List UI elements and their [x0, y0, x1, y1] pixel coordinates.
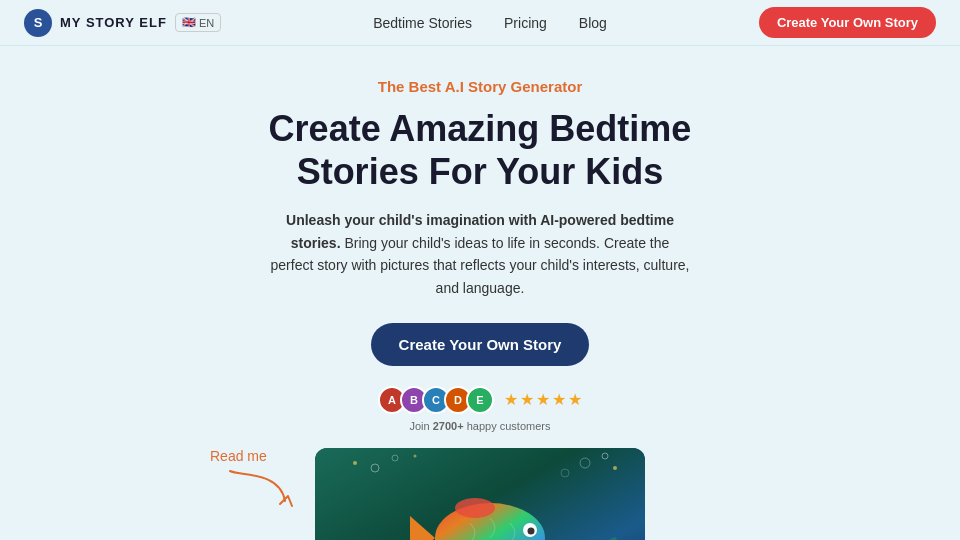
nav-links: Bedtime Stories Pricing Blog: [373, 15, 607, 31]
read-me-annotation: Read me: [210, 448, 267, 464]
star-rating: ★ ★ ★ ★ ★: [504, 390, 582, 409]
star-5: ★: [568, 390, 582, 409]
logo-icon: S: [24, 9, 52, 37]
nav-left: S MY STORY ELF 🇬🇧 EN: [24, 9, 221, 37]
hero-title: Create Amazing Bedtime Stories For Your …: [269, 107, 692, 193]
svg-point-11: [455, 498, 495, 518]
annotation-area: Read me: [0, 448, 960, 540]
hero-subtitle: The Best A.I Story Generator: [378, 78, 583, 95]
avatar: E: [466, 386, 494, 414]
social-proof: A B C D E ★ ★ ★ ★ ★: [378, 386, 582, 414]
hero-cta-button[interactable]: Create Your Own Story: [371, 323, 590, 366]
customers-text: Join 2700+ happy customers: [410, 420, 551, 432]
navbar: S MY STORY ELF 🇬🇧 EN Bedtime Stories Pri…: [0, 0, 960, 46]
nav-link-pricing[interactable]: Pricing: [504, 15, 547, 31]
nav-cta-button[interactable]: Create Your Own Story: [759, 7, 936, 38]
underwater-scene: [315, 448, 645, 540]
hero-section: The Best A.I Story Generator Create Amaz…: [0, 46, 960, 540]
svg-point-13: [528, 527, 535, 534]
arrow-icon: [220, 466, 300, 516]
story-card-wrapper: The Fish Who Ran for President: [315, 448, 645, 540]
svg-point-7: [613, 466, 617, 470]
nav-link-blog[interactable]: Blog: [579, 15, 607, 31]
avatar-group: A B C D E: [378, 386, 494, 414]
hero-description: Unleash your child's imagination with AI…: [270, 209, 690, 299]
flag-icon: 🇬🇧: [182, 16, 196, 29]
star-4: ★: [552, 390, 566, 409]
logo-text: MY STORY ELF: [60, 15, 167, 30]
story-card-background: [315, 448, 645, 540]
star-3: ★: [536, 390, 550, 409]
svg-point-6: [353, 461, 357, 465]
story-card[interactable]: The Fish Who Ran for President: [315, 448, 645, 540]
nav-link-bedtime-stories[interactable]: Bedtime Stories: [373, 15, 472, 31]
language-selector[interactable]: 🇬🇧 EN: [175, 13, 221, 32]
svg-point-8: [414, 454, 417, 457]
star-1: ★: [504, 390, 518, 409]
star-2: ★: [520, 390, 534, 409]
